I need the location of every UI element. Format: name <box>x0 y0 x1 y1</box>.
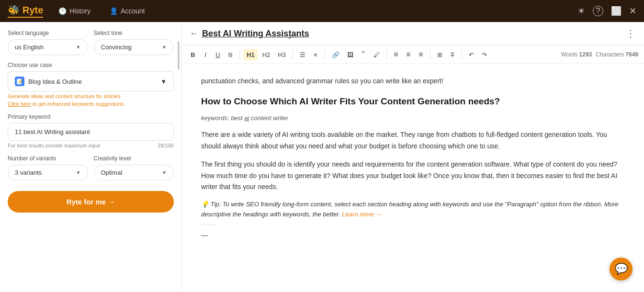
variants-label: Number of variants <box>8 155 88 162</box>
chars-count: 7649 <box>625 51 638 58</box>
use-case-arrow-icon: ▼ <box>160 78 167 85</box>
align-left-button[interactable]: ≡ <box>391 48 401 61</box>
align-right-button[interactable]: ≡ <box>416 48 426 61</box>
toolbar-separator-4 <box>386 50 387 59</box>
clear-format-button[interactable]: T̶ <box>447 49 458 60</box>
creativity-value: Optimal <box>101 169 123 176</box>
link-button[interactable]: 🔗 <box>329 49 342 60</box>
keyword-input[interactable] <box>8 123 174 141</box>
title-text: Best AI Writing Assistants <box>202 29 309 38</box>
h2-button[interactable]: H2 <box>260 49 273 60</box>
language-value: us English <box>15 44 44 51</box>
editor-toolbar: B I U S H1 H2 H3 ☰ ≡ 🔗 🖼 " 🖊 ≡ ≡ ≡ ⊞ T̶ … <box>182 45 644 64</box>
editor-content[interactable]: punctuation checks, and advanced grammar… <box>182 64 644 292</box>
creativity-group: Creativity level Optimal ▼ <box>94 155 174 180</box>
h3-button[interactable]: H3 <box>275 49 289 60</box>
use-case-hint: Generate ideas and content structure for… <box>8 93 174 99</box>
tip-icon: 💡 <box>201 201 209 208</box>
toolbar-separator-5 <box>430 50 430 59</box>
close-icon[interactable]: ✕ <box>629 6 636 16</box>
toolbar-separator-2 <box>293 50 293 59</box>
variants-arrow-icon: ▼ <box>76 170 81 175</box>
use-case-value: Blog Idea & Outline <box>28 78 82 85</box>
strikethrough-button[interactable]: S <box>225 49 236 60</box>
editor-top-text: punctuation checks, and advanced grammar… <box>201 76 625 87</box>
use-case-label: Choose use case <box>8 62 174 68</box>
bold-button[interactable]: B <box>188 49 198 60</box>
tip-text: Tip: To write SEO friendly long-form con… <box>201 201 619 218</box>
use-case-group: Choose use case 📝 Blog Idea & Outline ▼ … <box>8 62 174 107</box>
keyword-hint: For best results provide maximum input <box>8 143 100 148</box>
account-icon: 👤 <box>110 7 118 15</box>
tone-select[interactable]: Convincing ▼ <box>94 39 174 55</box>
history-label: History <box>69 7 90 15</box>
chat-button[interactable]: 💬 <box>610 258 633 281</box>
words-count: 1293 <box>579 51 592 58</box>
scroll-indicator <box>178 41 180 70</box>
logo-text: Ryte <box>23 5 43 16</box>
main-layout: Select language us English ▼ Select tone… <box>0 22 644 292</box>
editor-para2: The first thing you should do is identif… <box>201 159 625 193</box>
quote-button[interactable]: " <box>358 48 369 61</box>
language-label: Select language <box>8 30 88 36</box>
nav-right-icons: ☀ ? ⬜ ✕ <box>577 6 636 16</box>
logo[interactable]: 🐝 Ryte <box>8 4 43 18</box>
creativity-label: Creativity level <box>94 155 174 162</box>
sidebar: Select language us English ▼ Select tone… <box>0 22 182 292</box>
more-options-button[interactable]: ⋮ <box>626 28 636 39</box>
learn-more-link[interactable]: Learn more → <box>342 211 382 218</box>
keyword-group: Primary keyword For best results provide… <box>8 113 174 148</box>
words-label: Words 1293 <box>561 51 592 58</box>
chars-label: Characters 7649 <box>596 51 638 58</box>
account-nav-item[interactable]: 👤 Account <box>106 5 149 17</box>
toolbar-separator-3 <box>325 50 325 59</box>
undo-button[interactable]: ↶ <box>466 49 477 60</box>
tone-arrow-icon: ▼ <box>162 45 167 50</box>
creativity-select[interactable]: Optimal ▼ <box>94 165 174 180</box>
click-hint: Click here to get enhanced keywords sugg… <box>8 101 174 107</box>
underline-button[interactable]: U <box>213 49 223 60</box>
keyword-count: 28/100 <box>158 143 174 148</box>
chat-icon: 💬 <box>615 263 628 275</box>
language-select[interactable]: us English ▼ <box>8 39 88 55</box>
toolbar-separator-1 <box>239 50 240 59</box>
ol-button[interactable]: ≡ <box>310 49 321 60</box>
tone-group: Select tone Convincing ▼ <box>94 30 174 55</box>
use-case-left: 📝 Blog Idea & Outline <box>15 77 82 86</box>
history-nav-item[interactable]: 🕐 History <box>55 5 94 17</box>
use-case-select[interactable]: 📝 Blog Idea & Outline ▼ <box>8 71 174 91</box>
variants-group: Number of variants 3 variants ▼ <box>8 155 88 180</box>
external-link-icon[interactable]: ⬜ <box>611 6 621 16</box>
editor-heading: How to Choose Which AI Writer Fits Your … <box>201 94 625 109</box>
content-area: ← Best AI Writing Assistants ⋮ B I U S H… <box>182 22 644 292</box>
tone-label: Select tone <box>94 30 174 36</box>
align-center-button[interactable]: ≡ <box>403 48 414 61</box>
redo-button[interactable]: ↷ <box>479 49 490 60</box>
h1-button[interactable]: H1 <box>244 49 258 60</box>
click-here-link[interactable]: Click here <box>8 101 31 107</box>
help-icon[interactable]: ? <box>593 6 603 16</box>
italic-button[interactable]: I <box>200 49 211 60</box>
sun-icon[interactable]: ☀ <box>577 6 585 16</box>
ul-button[interactable]: ☰ <box>297 49 308 60</box>
variants-creativity-row: Number of variants 3 variants ▼ Creativi… <box>8 155 174 180</box>
keyword-ai: ai <box>244 114 249 122</box>
toolbar-separator-6 <box>462 50 462 59</box>
variants-select[interactable]: 3 variants ▼ <box>8 165 88 180</box>
word-char-count: Words 1293 Characters 7649 <box>561 51 638 58</box>
table-button[interactable]: ⊞ <box>434 49 445 60</box>
keyword-label: Primary keyword <box>8 113 174 120</box>
image-button[interactable]: 🖼 <box>344 49 356 60</box>
paint-button[interactable]: 🖊 <box>371 49 383 60</box>
account-label: Account <box>121 7 145 15</box>
keywords-line: keywords: best ai content writer <box>201 113 625 124</box>
top-nav: 🐝 Ryte 🕐 History 👤 Account ☀ ? ⬜ ✕ <box>0 0 644 22</box>
editor-para1: There are a wide variety of AI writing t… <box>201 129 625 152</box>
language-arrow-icon: ▼ <box>76 45 81 50</box>
content-title: Best AI Writing Assistants <box>202 29 622 39</box>
tone-value: Convincing <box>101 44 132 51</box>
back-button[interactable]: ← <box>190 29 198 39</box>
creativity-arrow-icon: ▼ <box>162 170 167 175</box>
history-icon: 🕐 <box>58 7 67 15</box>
ryte-for-me-button[interactable]: Ryte for me → <box>8 191 174 213</box>
